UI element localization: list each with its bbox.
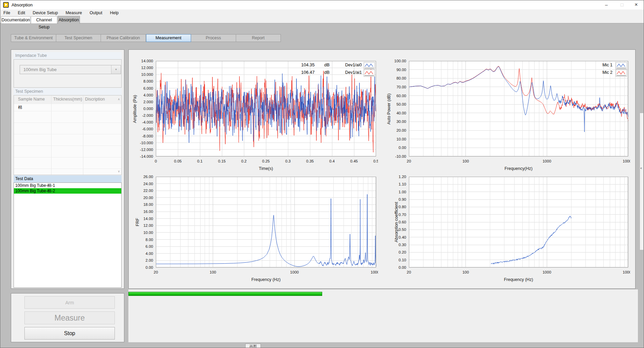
chart-text: 12.000 bbox=[141, 66, 153, 70]
chart-text: 0.4 bbox=[329, 159, 335, 163]
subtab-phase-calibration[interactable]: Phase Calibration bbox=[101, 34, 146, 42]
chart-text: 14.000 bbox=[141, 59, 153, 63]
chart-auto-power[interactable]: -10.000.0010.0020.0030.0040.0050.0060.00… bbox=[382, 58, 630, 172]
chart-text: 0.70 bbox=[399, 213, 406, 217]
app-icon bbox=[3, 2, 9, 8]
chart-text: 0 bbox=[155, 159, 157, 163]
chart-svg-auto-power: -10.000.0010.0020.0030.0040.0050.0060.00… bbox=[382, 58, 630, 172]
menu-device-setup[interactable]: Device Setup bbox=[30, 10, 61, 15]
chart-text: 10.00 bbox=[396, 137, 406, 141]
chart-text: 10.00 bbox=[143, 231, 153, 235]
chart-text: 14.00 bbox=[143, 217, 153, 221]
test-specimen-header: Test Specimen bbox=[14, 88, 122, 95]
chart-text: 8.000 bbox=[143, 79, 153, 83]
chart-text: Dev1/ai0 bbox=[345, 63, 362, 67]
chart-frf[interactable]: 0.002.004.006.008.0010.0012.0014.0016.00… bbox=[129, 174, 378, 283]
charts-panel: -14.000-12.000-10.000-8.000-6.000-4.000-… bbox=[128, 49, 636, 289]
chart-text: Auto Power (dB) bbox=[387, 93, 391, 125]
chart-text: 70.00 bbox=[396, 85, 406, 89]
chart-text: 0.20 bbox=[399, 250, 406, 254]
chart-text: 100.00 bbox=[394, 59, 406, 63]
subtab-tube-environment[interactable]: Tube & Environment bbox=[11, 34, 56, 42]
chart-text: 0.3 bbox=[285, 159, 291, 163]
lower-panel bbox=[128, 289, 638, 342]
chart-text: 0.5 bbox=[373, 159, 378, 163]
test-data-item-1[interactable]: 100mm Big Tube-棉-1 bbox=[14, 183, 121, 188]
impedance-tube-dropdown[interactable]: 100mm Big Tube ▼ bbox=[20, 65, 121, 74]
scroll-down-icon[interactable]: ∨ bbox=[118, 170, 120, 173]
maximize-button[interactable]: □ bbox=[615, 0, 629, 9]
chart-text: 0.00 bbox=[399, 146, 406, 150]
menu-bar: File Edit Device Setup Measure Output He… bbox=[0, 9, 644, 16]
test-data-item-2[interactable]: 100mm Big Tube-棉-2 bbox=[14, 188, 121, 194]
collapse-panel-arrow-icon[interactable]: < bbox=[640, 167, 642, 170]
chart-svg-frf: 0.002.004.006.008.0010.0012.0014.0016.00… bbox=[129, 174, 378, 283]
stop-button[interactable]: Stop bbox=[24, 327, 115, 340]
menu-edit[interactable]: Edit bbox=[15, 10, 28, 15]
chart-text: 100 bbox=[462, 159, 469, 163]
chart-text: 20 bbox=[407, 270, 411, 274]
chart-text: dB bbox=[324, 62, 330, 67]
scroll-up-icon[interactable]: ∧ bbox=[118, 97, 120, 101]
measure-button[interactable]: Measure bbox=[24, 311, 115, 324]
chart-text: 0.1 bbox=[197, 159, 203, 163]
close-button[interactable]: × bbox=[629, 0, 643, 9]
chart-absorption-coefficient[interactable]: 0.000.100.200.300.400.500.600.700.800.90… bbox=[382, 174, 630, 283]
chart-text: -12.000 bbox=[140, 148, 153, 152]
chart-text: 10.000 bbox=[141, 72, 153, 77]
menu-output[interactable]: Output bbox=[87, 10, 106, 15]
tab-documentation[interactable]: Documentation bbox=[1, 16, 30, 23]
test-data-header: Test Data bbox=[14, 175, 122, 182]
chevron-down-icon[interactable]: ▼ bbox=[111, 65, 121, 74]
tab-absorption[interactable]: Absorption bbox=[58, 16, 80, 24]
chart-text: 1.00 bbox=[399, 190, 406, 194]
chart-text: 1000 bbox=[542, 159, 551, 163]
chart-text: 4.000 bbox=[143, 93, 153, 97]
chart-text: Time(s) bbox=[259, 166, 273, 171]
subtab-test-specimen[interactable]: Test Specimen bbox=[56, 34, 101, 42]
legend-item-mic-2[interactable] bbox=[616, 70, 627, 77]
legend-item-mic-1[interactable] bbox=[616, 62, 627, 69]
chart-text: 50.00 bbox=[396, 102, 406, 106]
chart-text: 0.05 bbox=[174, 159, 182, 163]
test-data-list[interactable]: 100mm Big Tube-棉-1 100mm Big Tube-棉-2 bbox=[14, 182, 122, 288]
menu-measure[interactable]: Measure bbox=[62, 10, 85, 15]
chart-text: 20.00 bbox=[143, 196, 153, 200]
subtab-report[interactable]: Report bbox=[236, 34, 281, 42]
chart-time-waveform[interactable]: -14.000-12.000-10.000-8.000-6.000-4.000-… bbox=[129, 58, 378, 172]
side-collapse-bar[interactable]: < bbox=[640, 113, 644, 250]
chart-text: dB bbox=[324, 70, 330, 75]
chart-text: 20 bbox=[407, 159, 411, 163]
chart-svg-time-waveform: -14.000-12.000-10.000-8.000-6.000-4.000-… bbox=[129, 58, 378, 172]
sub-tab-strip: Tube & Environment Test Specimen Phase C… bbox=[11, 34, 281, 42]
window-title: Absorption bbox=[12, 2, 33, 7]
chart-text: -4.000 bbox=[142, 120, 153, 124]
arm-button[interactable]: Arm bbox=[24, 296, 115, 309]
column-sample-name: Sample Name bbox=[18, 97, 45, 102]
chart-text: 2.000 bbox=[143, 100, 153, 104]
minimize-button[interactable]: – bbox=[600, 0, 613, 9]
impedance-tube-groupbox: 100mm Big Tube ▼ bbox=[14, 59, 122, 88]
chart-text: Mic 2 bbox=[602, 70, 612, 75]
chart-text: 0.35 bbox=[306, 159, 314, 163]
legend-item-dev1-ai0[interactable] bbox=[364, 62, 375, 69]
chart-text: FRF bbox=[135, 218, 140, 226]
tab-channel-setup[interactable]: Channel Setup bbox=[31, 16, 57, 23]
chart-text: 2.00 bbox=[146, 258, 153, 262]
menu-help[interactable]: Help bbox=[107, 10, 122, 15]
legend-item-dev1-ai1[interactable] bbox=[364, 70, 375, 77]
subtab-measurement[interactable]: Measurement bbox=[146, 34, 191, 42]
chart-text: -8.000 bbox=[142, 134, 153, 138]
chart-text: 1000 bbox=[290, 270, 299, 274]
chart-text: -10.000 bbox=[140, 141, 153, 145]
plot-window-tab[interactable]: 画图 bbox=[245, 344, 261, 348]
menu-file[interactable]: File bbox=[0, 10, 13, 15]
subtab-process[interactable]: Process bbox=[191, 34, 236, 42]
specimen-row-sample-name[interactable]: 棉 bbox=[18, 105, 22, 110]
chart-text: Absorption coefficient bbox=[394, 202, 399, 242]
chart-text: 6.000 bbox=[143, 86, 153, 90]
chart-text: 0.25 bbox=[262, 159, 270, 163]
chart-text: 0.50 bbox=[399, 227, 406, 232]
chart-text: 0.40 bbox=[399, 235, 406, 239]
test-specimen-table[interactable]: Sample Name Thickness(mm) Discription ∧ … bbox=[14, 95, 122, 175]
